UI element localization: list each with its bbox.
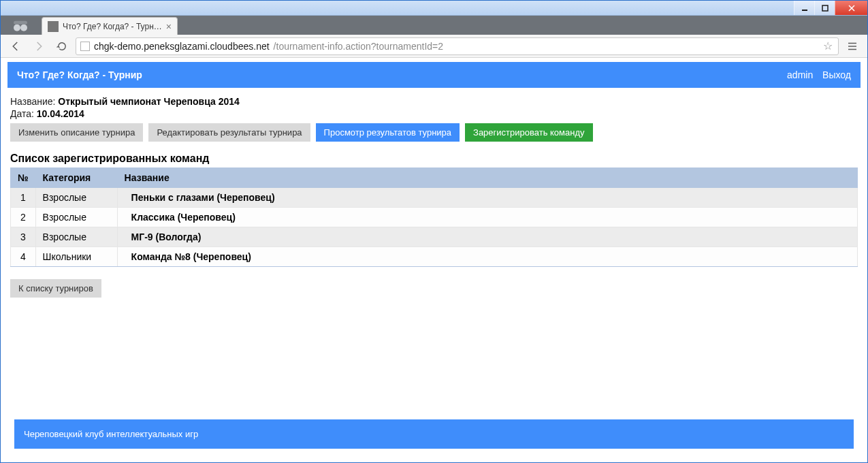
edit-description-button[interactable]: Изменить описание турнира	[10, 123, 143, 142]
window-minimize-button[interactable]	[794, 1, 814, 15]
cell-name: Классика (Череповец)	[117, 208, 857, 227]
date-label: Дата:	[10, 108, 34, 119]
logout-link[interactable]: Выход	[822, 69, 851, 80]
bookmark-star-icon[interactable]: ☆	[822, 39, 834, 52]
svg-rect-0	[802, 10, 807, 11]
window-close-button[interactable]	[835, 1, 867, 15]
action-buttons: Изменить описание турнира Редактировать …	[10, 123, 858, 142]
col-name: Название	[117, 168, 857, 188]
cell-num: 1	[11, 188, 36, 208]
favicon-icon	[48, 21, 59, 32]
register-team-button[interactable]: Зарегистрировать команду	[465, 123, 593, 142]
incognito-icon	[9, 17, 32, 33]
app-title: Что? Где? Когда? - Турнир	[17, 69, 142, 80]
menu-button[interactable]	[843, 37, 862, 55]
address-bar[interactable]: chgk-demo.peneksglazami.cloudbees.net/to…	[76, 37, 839, 55]
page-footer: Череповецкий клуб интеллектуальных игр	[14, 419, 854, 449]
teams-table: № Категория Название 1 Взрослые Пеньки с…	[10, 167, 858, 267]
table-row: 2 Взрослые Классика (Череповец)	[11, 208, 858, 227]
table-row: 1 Взрослые Пеньки с глазами (Череповец)	[11, 188, 858, 208]
forward-button[interactable]	[29, 37, 48, 55]
tab-close-icon[interactable]: ×	[166, 22, 172, 31]
browser-tab[interactable]: Что? Где? Когда? - Турнир ×	[42, 17, 178, 35]
cell-name: МГ-9 (Вологда)	[117, 227, 857, 247]
edit-results-button[interactable]: Редактировать результаты турнира	[148, 123, 310, 142]
svg-point-3	[20, 25, 27, 31]
cell-num: 3	[11, 227, 36, 247]
table-row: 3 Взрослые МГ-9 (Вологда)	[11, 227, 858, 247]
tab-title: Что? Где? Когда? - Турнир	[63, 22, 162, 31]
cell-category: Взрослые	[35, 188, 117, 208]
cell-num: 4	[11, 247, 36, 267]
app-header: Что? Где? Когда? - Турнир admin Выход	[7, 62, 861, 88]
cell-name: Пеньки с глазами (Череповец)	[117, 188, 857, 208]
browser-window: Что? Где? Когда? - Турнир × chgk-demo.pe…	[0, 0, 868, 463]
window-maximize-button[interactable]	[814, 1, 835, 15]
svg-rect-4	[14, 21, 27, 25]
page-viewport: Что? Где? Когда? - Турнир admin Выход На…	[1, 58, 867, 462]
col-num: №	[11, 168, 36, 188]
os-titlebar	[1, 1, 867, 16]
user-link[interactable]: admin	[787, 69, 813, 80]
name-value: Открытый чемпионат Череповца 2014	[58, 96, 239, 107]
date-value: 10.04.2014	[37, 108, 84, 119]
svg-point-2	[14, 25, 20, 31]
nav-toolbar: chgk-demo.peneksglazami.cloudbees.net/to…	[1, 35, 867, 58]
name-label: Название:	[10, 96, 55, 107]
view-results-button[interactable]: Просмотр результатов турнира	[316, 123, 460, 142]
svg-rect-1	[822, 5, 828, 11]
url-path: /tournament-info.action?tournamentId=2	[274, 41, 443, 52]
url-host: chgk-demo.peneksglazami.cloudbees.net	[94, 41, 270, 52]
cell-name: Команда №8 (Череповец)	[117, 247, 857, 267]
cell-category: Взрослые	[35, 208, 117, 227]
reload-button[interactable]	[52, 37, 71, 55]
cell-num: 2	[11, 208, 36, 227]
col-category: Категория	[35, 168, 117, 188]
tournament-info: Название: Открытый чемпионат Череповца 2…	[7, 88, 861, 303]
back-button[interactable]	[6, 37, 25, 55]
cell-category: Взрослые	[35, 227, 117, 247]
table-row: 4 Школьники Команда №8 (Череповец)	[11, 247, 858, 267]
teams-list-title: Список зарегистрированных команд	[10, 153, 858, 165]
cell-category: Школьники	[35, 247, 117, 267]
tab-strip: Что? Где? Когда? - Турнир ×	[1, 16, 867, 35]
page-icon	[80, 42, 90, 51]
back-to-list-button[interactable]: К списку турниров	[10, 279, 101, 298]
